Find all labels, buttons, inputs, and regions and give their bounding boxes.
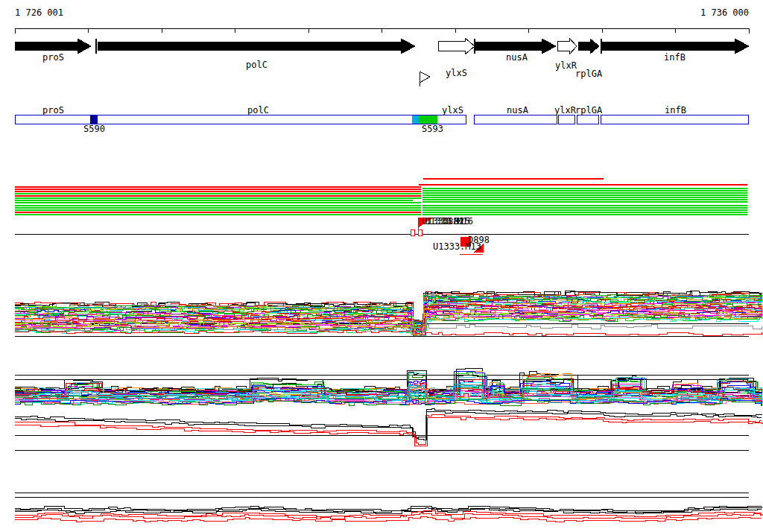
map-label-ylxR: ylxR xyxy=(554,106,576,115)
profile-panel-b xyxy=(15,368,762,405)
map-label-rplGA: rplGA xyxy=(575,106,602,115)
operon-box-2[interactable] xyxy=(558,115,574,124)
coordinate-ruler xyxy=(15,28,749,34)
operon-box-3[interactable] xyxy=(577,115,598,124)
map-label-polC: polC xyxy=(247,106,269,115)
marker-label-2: D882 xyxy=(443,217,464,227)
gene-arrow-nusA[interactable] xyxy=(475,39,556,54)
profile-panel-a xyxy=(15,291,762,335)
gene-label-nusA: nusA xyxy=(506,53,528,63)
ruler-start-coordinate: 1 726 001 xyxy=(15,8,63,18)
map-label-ylxS: ylxS xyxy=(442,106,463,115)
map-label-infB: infB xyxy=(665,106,686,115)
gene-arrow-infB[interactable] xyxy=(602,39,749,54)
site-square-marker[interactable] xyxy=(411,229,414,235)
pennant-marker[interactable] xyxy=(420,72,430,86)
site-box-S590[interactable] xyxy=(90,115,98,124)
site-label-S590: S590 xyxy=(83,124,105,134)
site-box-S593[interactable] xyxy=(418,115,437,124)
site-square-marker[interactable] xyxy=(418,229,422,235)
gene-arrow-ylxS[interactable] xyxy=(438,38,475,54)
marker-label-U1333.M13: U1333.M13 xyxy=(433,242,481,252)
reads-track xyxy=(15,179,747,215)
separator-lines xyxy=(15,234,749,497)
gene-arrow-track xyxy=(15,38,749,54)
genome-browser-window: 1 726 001 1 736 000 proSpolCylxSnusAylxR… xyxy=(0,0,763,532)
operon-box-0[interactable] xyxy=(15,115,466,124)
operon-box-4[interactable] xyxy=(601,115,748,124)
site-label-S593: S593 xyxy=(422,124,443,134)
gene-label-ylxR: ylxR xyxy=(555,61,577,71)
profile-panel-c-coverage xyxy=(15,506,762,522)
gene-arrow-ylxR[interactable] xyxy=(557,38,577,54)
operon-box-1[interactable] xyxy=(474,115,557,124)
map-label-nusA: nusA xyxy=(507,106,528,115)
operon-map-track xyxy=(15,115,748,124)
gene-label-ylxS: ylxS xyxy=(446,69,467,78)
map-label-proS: proS xyxy=(42,106,64,115)
site-box-segment[interactable] xyxy=(412,115,418,124)
gene-arrow-polC[interactable] xyxy=(98,39,415,54)
ruler-end-coordinate: 1 736 000 xyxy=(700,8,749,18)
profile-panel-b-coverage xyxy=(15,408,762,446)
gene-label-proS: proS xyxy=(42,53,64,63)
gene-label-polC: polC xyxy=(246,60,267,70)
profile-series xyxy=(15,330,762,335)
profile-series xyxy=(15,506,762,510)
gene-label-rplGA: rplGA xyxy=(575,69,602,79)
gene-arrow-rplGA[interactable] xyxy=(578,39,599,54)
gene-arrow-proS[interactable] xyxy=(15,39,91,54)
gene-label-infB: infB xyxy=(664,53,686,63)
genome-canvas xyxy=(0,0,763,532)
